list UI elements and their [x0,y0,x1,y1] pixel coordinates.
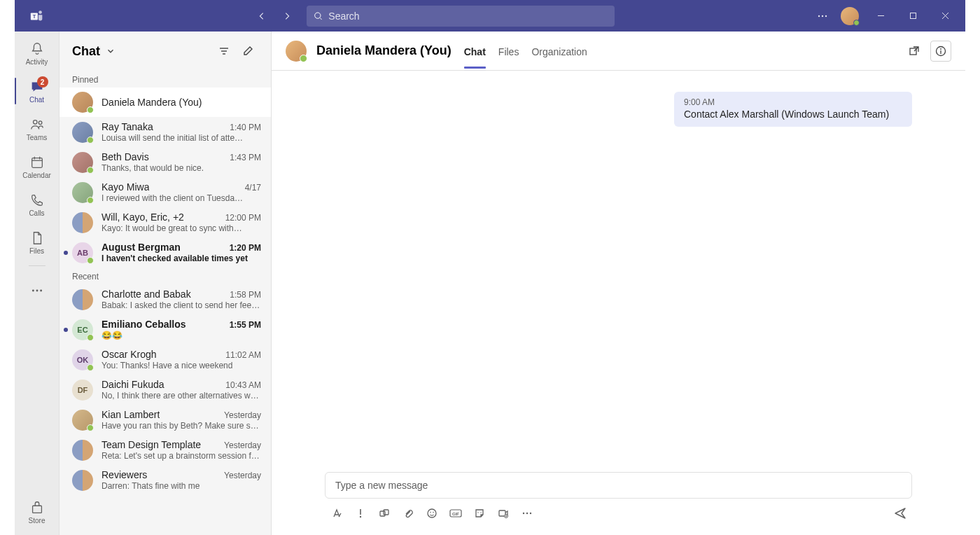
people-icon [29,116,46,133]
chat-avatar: OK [72,349,93,370]
chat-avatar [72,440,93,461]
chat-list-item[interactable]: Charlotte and Babak1:58 PMBabak: I asked… [59,284,271,314]
emoji-button[interactable] [421,503,442,524]
chat-list-item[interactable]: DFDaichi Fukuda10:43 AMNo, I think there… [59,375,271,405]
chat-list-item[interactable]: OKOscar Krogh11:02 AMYou: Thanks! Have a… [59,345,271,375]
more-options-button[interactable] [811,5,834,27]
message-input[interactable]: Type a new message [325,472,912,499]
rail-label: Calendar [22,172,51,179]
presence-indicator [87,364,94,371]
svg-point-6 [822,15,823,16]
minimize-button[interactable] [866,1,895,31]
rail-activity[interactable]: Activity [15,34,59,72]
chat-time: 1:20 PM [230,243,261,253]
app-rail: Activity 2 Chat Teams Calendar Calls Fil… [15,32,59,535]
message-timestamp: 9:00 AM [684,97,902,107]
chat-list-item[interactable]: Kayo Miwa4/17I reviewed with the client … [59,177,271,207]
gif-button[interactable]: GIF [445,503,466,524]
presence-indicator [853,20,860,26]
rail-label: Calls [29,209,44,217]
new-chat-button[interactable] [237,41,258,62]
svg-point-27 [940,48,941,50]
chat-avatar [72,410,93,431]
loop-button[interactable] [374,503,395,524]
self-message[interactable]: 9:00 AM Contact Alex Marshall (Windows L… [674,92,912,127]
chat-preview: I reviewed with the client on Tuesda… [102,193,261,203]
chat-preview: Reta: Let's set up a brainstorm session … [102,451,261,461]
chat-name: Reviewers [102,469,147,480]
svg-point-13 [38,121,42,125]
more-actions-button[interactable] [517,503,538,524]
svg-point-12 [33,120,37,125]
search-box[interactable] [307,6,615,27]
chat-name: Beth Davis [102,151,149,162]
svg-point-39 [480,512,481,513]
profile-avatar[interactable] [841,7,859,25]
chat-tabs: Chat Files Organization [464,34,587,69]
message-text: Contact Alex Marshall (Windows Launch Te… [684,109,902,120]
close-button[interactable] [930,1,960,31]
chat-preview: You: Thanks! Have a nice weekend [102,361,261,370]
maximize-button[interactable] [898,1,927,31]
chat-name: Charlotte and Babak [102,289,191,300]
back-button[interactable] [251,5,273,27]
rail-store[interactable]: Store [15,493,59,531]
tab-organization[interactable]: Organization [531,34,587,69]
chat-list-item[interactable]: Kian LambertYesterdayHave you ran this b… [59,405,271,435]
presence-indicator [87,424,94,431]
rail-calls[interactable]: Calls [15,186,59,223]
svg-text:T: T [33,13,36,19]
chat-avatar [72,470,93,491]
rail-label: Teams [27,134,47,141]
composer-toolbar: GIF [325,503,912,524]
chat-list-item[interactable]: Daniela Mandera (You) [59,88,271,117]
forward-button[interactable] [276,5,298,27]
search-icon [314,11,323,21]
popout-button[interactable] [904,41,925,62]
tab-chat[interactable]: Chat [464,34,486,69]
attach-button[interactable] [398,503,419,524]
store-icon [29,499,46,516]
chevron-down-icon[interactable] [106,46,115,56]
svg-rect-14 [31,158,42,168]
format-button[interactable] [326,503,347,524]
svg-point-18 [31,290,34,292]
chat-list-item[interactable]: Will, Kayo, Eric, +212:00 PMKayo: It wou… [59,207,271,237]
rail-teams[interactable]: Teams [15,110,59,148]
rail-more-apps[interactable] [15,272,59,310]
chat-header-avatar[interactable] [286,41,307,62]
chat-preview: Louisa will send the initial list of att… [102,133,261,143]
tab-files[interactable]: Files [498,34,519,69]
filter-button[interactable] [214,41,234,62]
unread-dot [64,328,68,332]
chat-name: Daichi Fukuda [102,379,164,390]
chat-preview: Babak: I asked the client to send her fe… [102,300,261,310]
chat-list-item[interactable]: Beth Davis1:43 PMThanks, that would be n… [59,147,271,177]
rail-files[interactable]: Files [15,223,59,261]
chat-name: Emiliano Ceballos [102,319,186,330]
svg-point-5 [818,15,820,16]
urgent-button[interactable] [350,503,371,524]
chat-name: Ray Tanaka [102,121,153,132]
chat-time: 1:55 PM [230,320,261,330]
chat-list-item[interactable]: ECEmiliano Ceballos1:55 PM😂😂 [59,314,271,345]
rail-label: Chat [29,96,44,104]
rail-chat[interactable]: 2 Chat [15,72,59,110]
sticker-button[interactable] [469,503,490,524]
presence-indicator [87,257,94,264]
search-input[interactable] [328,11,608,22]
chat-icon: 2 [29,78,46,95]
send-button[interactable] [890,503,911,524]
chat-list-item[interactable]: ReviewersYesterdayDarren: Thats fine wit… [59,465,271,495]
meetnow-button[interactable] [493,503,514,524]
svg-rect-31 [380,511,385,516]
chat-list-item[interactable]: ABAugust Bergman1:20 PMI haven't checked… [59,237,271,268]
rail-calendar[interactable]: Calendar [15,148,59,186]
chat-list-item[interactable]: Ray Tanaka1:40 PMLouisa will send the in… [59,117,271,147]
info-button[interactable] [930,41,951,62]
chat-name: Kian Lambert [102,409,160,420]
chat-time: 12:00 PM [225,213,261,223]
chat-time: 11:02 AM [225,350,261,360]
chat-list-item[interactable]: Team Design TemplateYesterdayReta: Let's… [59,435,271,465]
chat-list-header: Chat [59,32,271,71]
